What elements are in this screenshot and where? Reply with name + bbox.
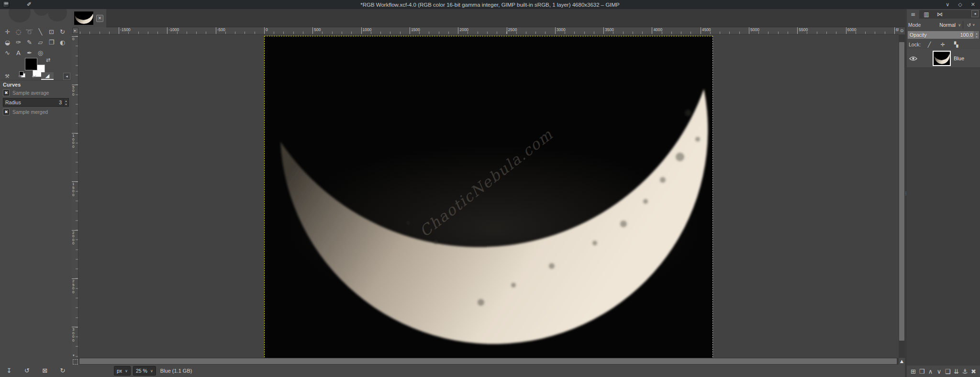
tool-options-tab-button[interactable]: ⚒ — [1, 72, 13, 80]
tool-options-title: Curves — [3, 82, 21, 88]
text-button[interactable]: A — [13, 47, 24, 58]
canvas-area: ▸ -1500-1000-500050010001500200025003000… — [72, 27, 905, 365]
unit-dropdown[interactable]: px ∨ — [114, 366, 131, 376]
undo-history-tab-button[interactable]: ↩ — [28, 72, 40, 80]
radius-label: Radius — [3, 100, 59, 105]
sample-merged-checkbox[interactable]: ✖ Sample merged — [3, 109, 48, 115]
paths-button[interactable]: ∿ — [2, 47, 13, 58]
lock-position-button[interactable]: ✛ — [939, 41, 947, 48]
save-tool-preset-button[interactable]: ↧ — [4, 366, 14, 375]
paintbrush-button[interactable]: ✎ — [24, 37, 35, 47]
horizontal-scrollbar[interactable] — [78, 358, 899, 365]
ellipse-select-button[interactable]: ◌ — [13, 26, 24, 37]
tab-close-icon[interactable]: ✕ — [96, 15, 103, 22]
layer-thumbnail[interactable] — [933, 51, 951, 66]
move-icon: ✛ — [5, 28, 10, 35]
raise-layer-button[interactable]: ∧ — [926, 367, 935, 376]
vertical-scrollbar[interactable] — [899, 34, 905, 358]
minimize-button[interactable]: ∨ — [946, 1, 949, 8]
visibility-eye-icon[interactable] — [907, 56, 919, 61]
horizontal-ruler[interactable]: -1500-1000-50005001000150020002500300035… — [78, 27, 899, 34]
delete-layer-button[interactable]: ✖ — [969, 367, 978, 376]
channels-tab-button[interactable]: ▥ — [920, 10, 933, 19]
paths-tab-button[interactable]: ⋈ — [934, 10, 946, 19]
h-ruler-label: 3000 — [555, 27, 566, 34]
bucket-fill-button[interactable]: ◒ — [2, 37, 13, 47]
zoom-fit-toggle-icon[interactable]: ⊙ — [899, 27, 905, 34]
layer-row[interactable]: Blue — [907, 49, 980, 68]
zoom-button[interactable]: ◎ — [35, 47, 46, 58]
layers-tab-button[interactable]: ≡ — [907, 10, 919, 19]
h-ruler-label: -500 — [216, 27, 225, 34]
spin-down-icon[interactable]: ▾ — [64, 102, 68, 106]
mypaint-brush-button[interactable]: ✑ — [13, 37, 24, 47]
delete-tool-preset-icon: ⊠ — [42, 367, 47, 374]
duplicate-layer-button[interactable]: ❏ — [944, 367, 952, 376]
navigation-icon[interactable]: ▲ — [899, 358, 905, 365]
spin-down-icon[interactable]: ▾ — [974, 35, 979, 38]
new-layer-group-button[interactable]: ❒ — [918, 367, 926, 376]
dodge-burn-button[interactable]: ◐ — [57, 37, 68, 47]
lower-layer-button[interactable]: ∨ — [935, 367, 943, 376]
undo-history-tab-icon: ↩ — [32, 73, 36, 79]
tab-menu-icon[interactable]: ◂ — [63, 73, 70, 80]
crop-button[interactable]: ⊡ — [46, 26, 57, 37]
sample-average-checkbox[interactable]: ✖ Sample average — [3, 89, 49, 96]
restore-tool-preset-button[interactable]: ↺ — [22, 366, 32, 375]
mode-label: Mode — [908, 22, 921, 28]
eraser-button[interactable]: ▱ — [35, 37, 46, 47]
lock-alpha-button[interactable]: ▚ — [952, 41, 960, 48]
new-layer-button[interactable]: ⊞ — [909, 367, 917, 376]
clone-button[interactable]: ❐ — [46, 37, 57, 47]
title-bar[interactable]: ✐ *RGB Workflow.xcf-4.0 (RGB color 16-bi… — [0, 0, 980, 9]
move-button[interactable]: ✛ — [2, 26, 13, 37]
ruler-corner[interactable]: ▸ — [72, 27, 78, 34]
spin-up-icon[interactable]: ▴ — [64, 99, 68, 102]
unit-value: px — [117, 368, 122, 374]
canvas-menu-icon[interactable]: ▸ — [72, 28, 78, 34]
swap-colors-icon[interactable]: ⇄ — [46, 57, 50, 63]
opacity-spinner[interactable]: ▴▾ — [974, 31, 979, 39]
mode-switch-button[interactable]: ↺ ∨ — [963, 21, 979, 29]
horizontal-scrollbar-thumb[interactable] — [79, 358, 897, 364]
lock-pixels-button[interactable]: ╱ — [925, 41, 933, 48]
save-tool-preset-icon: ↧ — [7, 367, 12, 374]
merge-down-button[interactable]: ⇊ — [952, 367, 960, 376]
radius-spinner[interactable]: ▴▾ — [63, 99, 68, 106]
dodge-burn-icon: ◐ — [60, 39, 65, 46]
spin-up-icon[interactable]: ▴ — [974, 32, 979, 35]
measure-button[interactable]: ╲ — [35, 26, 46, 37]
anchor-layer-button[interactable]: ⚓ — [961, 367, 969, 376]
delete-tool-preset-button[interactable]: ⊠ — [40, 366, 50, 375]
radius-spinbox[interactable]: Radius 3 ▴▾ — [3, 98, 69, 107]
ink-button[interactable]: ✒ — [24, 47, 35, 58]
mode-dropdown[interactable]: Normal ∨ — [921, 22, 963, 28]
h-ruler-label: 2500 — [507, 27, 517, 34]
free-select-icon: ➰ — [25, 28, 33, 35]
zoom-dropdown[interactable]: 25 % ∨ — [133, 366, 156, 376]
quick-mask-toggle[interactable] — [73, 359, 78, 365]
new-layer-icon: ⊞ — [911, 368, 916, 375]
v-ruler-label: 0 — [72, 36, 78, 41]
v-ruler-label: 2500 — [72, 278, 78, 294]
gimp-window: ✐ *RGB Workflow.xcf-4.0 (RGB color 16-bi… — [0, 0, 980, 377]
paths-tab-icon: ⋈ — [937, 11, 943, 18]
canvas-viewport[interactable]: ChaoticNebula.com — [78, 34, 899, 358]
chevron-down-icon: ∨ — [150, 369, 153, 373]
close-button[interactable]: ✕ — [971, 1, 975, 8]
foreground-color-swatch[interactable] — [25, 58, 37, 70]
reset-tool-options-button[interactable]: ↻ — [57, 366, 68, 375]
dock-tab-menu-icon[interactable]: ◂ — [971, 10, 979, 17]
maximize-button[interactable]: ◇ — [958, 1, 962, 8]
h-ruler-label: 6000 — [846, 27, 857, 34]
image-canvas[interactable]: ChaoticNebula.com — [264, 36, 713, 358]
layers-tab-icon: ≡ — [911, 11, 915, 18]
vertical-ruler[interactable]: 050010001500200025003000 — [72, 34, 78, 358]
tool-options-tab-icon: ⚒ — [5, 73, 10, 79]
opacity-slider[interactable]: Opacity 100.0 ▴▾ — [908, 31, 979, 39]
free-select-button[interactable]: ➰ — [24, 26, 35, 37]
image-tab[interactable]: ✕ — [72, 9, 106, 27]
new-layer-group-icon: ❒ — [919, 368, 925, 375]
curves-tab-button[interactable]: ◢ — [41, 72, 54, 80]
unified-transform-button[interactable]: ↻ — [57, 26, 68, 37]
